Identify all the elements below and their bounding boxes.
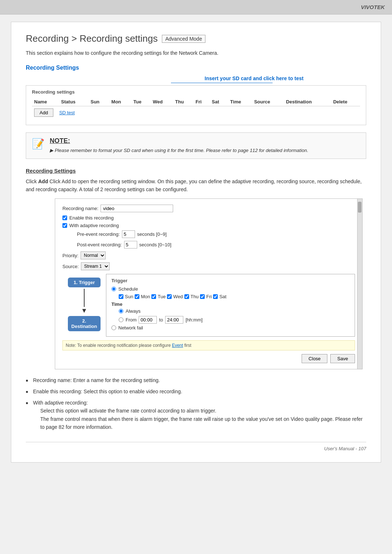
post-event-row: Post-event recording: seconds [0~10] bbox=[77, 241, 355, 249]
from-time-input[interactable] bbox=[139, 316, 157, 324]
day-fri-cb[interactable] bbox=[200, 294, 205, 299]
content-area: Recording > Recording settings Advanced … bbox=[11, 22, 381, 463]
arrow-section: ▼ bbox=[81, 289, 87, 315]
page-title: Recording > Recording settings bbox=[26, 33, 158, 44]
sd-hint-area: Insert your SD card and click here to te… bbox=[98, 75, 366, 83]
schedule-radio[interactable] bbox=[111, 287, 116, 291]
col-tue: Tue bbox=[131, 98, 151, 106]
table-header-row: Name Status Sun Mon Tue Wed Thu Fri Sat … bbox=[32, 98, 360, 106]
day-mon-label: Mon bbox=[141, 294, 150, 299]
trigger-left: 1. Trigger ▼ 2. Destination bbox=[62, 274, 106, 337]
day-fri-label: Fri bbox=[206, 294, 212, 299]
day-thu-label: Thu bbox=[191, 294, 199, 299]
bullet-1: Recording name: Enter a name for the rec… bbox=[26, 377, 366, 384]
close-button[interactable]: Close bbox=[302, 354, 327, 363]
priority-select[interactable]: Normal High Low bbox=[81, 251, 106, 259]
bullet-section: Recording name: Enter a name for the rec… bbox=[26, 377, 366, 431]
time-title: Time bbox=[111, 301, 350, 307]
network-fail-label: Network fail bbox=[118, 325, 143, 331]
day-mon-cb[interactable] bbox=[135, 294, 139, 299]
advanced-mode-badge[interactable]: Advanced Mode bbox=[162, 35, 205, 43]
col-status: Status bbox=[59, 98, 88, 106]
col-thu: Thu bbox=[173, 98, 193, 106]
trigger-box[interactable]: 1. Trigger bbox=[68, 278, 101, 287]
source-select[interactable]: Stream 1 Stream 2 bbox=[81, 262, 110, 270]
bullet-3-main: With adaptive recording: bbox=[33, 400, 88, 406]
post-event-input[interactable] bbox=[124, 241, 137, 249]
col-time: Time bbox=[228, 98, 252, 106]
bullet-2-text: Enable this recording: Select this optio… bbox=[33, 389, 182, 394]
post-event-unit: seconds [0~10] bbox=[139, 242, 172, 247]
recording-name-label: Recording name: bbox=[62, 206, 98, 211]
day-sat-label: Sat bbox=[219, 294, 226, 299]
schedule-label: Schedule bbox=[118, 286, 138, 292]
day-tue-cb[interactable] bbox=[151, 294, 156, 299]
add-bold: Add bbox=[38, 178, 48, 184]
col-destination: Destination bbox=[284, 98, 331, 106]
schedule-radio-row: Schedule bbox=[111, 286, 350, 292]
day-thu-cb[interactable] bbox=[184, 294, 189, 299]
day-sun-cb[interactable] bbox=[119, 294, 123, 299]
sd-test-link[interactable]: SD test bbox=[59, 110, 75, 115]
note-box: 📝 NOTE: Please remember to format your S… bbox=[26, 132, 366, 159]
day-wed-label: Wed bbox=[173, 294, 183, 299]
priority-label: Priority: bbox=[62, 253, 78, 258]
pre-event-label: Pre-event recording: bbox=[77, 231, 120, 237]
day-sun-label: Sun bbox=[125, 294, 133, 299]
col-source: Source bbox=[252, 98, 284, 106]
time-format: [hh:mm] bbox=[185, 317, 203, 323]
always-radio[interactable] bbox=[119, 309, 123, 313]
adaptive-checkbox[interactable] bbox=[62, 223, 67, 228]
rs-label: Recording settings bbox=[32, 89, 360, 95]
scrollbar[interactable] bbox=[357, 199, 362, 369]
bullet-3-sub: Select this option will activate the fra… bbox=[33, 407, 366, 431]
col-mon: Mon bbox=[109, 98, 131, 106]
arrow-down-icon: ▼ bbox=[81, 307, 87, 315]
note-bottom-text: Note: To enable recording notification p… bbox=[66, 343, 172, 348]
top-bar: VIVOTEK bbox=[0, 0, 392, 15]
always-radio-row: Always bbox=[119, 308, 350, 314]
desc-text: Click Add to open the recording setting … bbox=[26, 178, 362, 192]
connecting-line bbox=[84, 289, 85, 307]
event-link[interactable]: Event bbox=[172, 343, 183, 348]
section2-title: Recording Settings bbox=[26, 168, 366, 174]
post-event-label: Post-event recording: bbox=[77, 242, 122, 247]
recording-name-row: Recording name: bbox=[62, 205, 355, 212]
description-text: Click Add Click Add to open the recordin… bbox=[26, 177, 366, 194]
bullet-2: Enable this recording: Select this optio… bbox=[26, 388, 366, 395]
col-sat: Sat bbox=[210, 98, 228, 106]
recording-settings-box: Recording settings Name Status Sun Mon T… bbox=[26, 85, 366, 125]
table-row-add: Add SD test bbox=[32, 106, 360, 119]
enable-checkbox[interactable] bbox=[62, 216, 67, 220]
enable-row: Enable this recording bbox=[62, 215, 355, 221]
recording-name-input[interactable] bbox=[101, 205, 173, 212]
note-title: NOTE: bbox=[50, 137, 308, 145]
rs-table: Name Status Sun Mon Tue Wed Thu Fri Sat … bbox=[32, 98, 360, 119]
enable-label: Enable this recording bbox=[69, 215, 114, 221]
window-buttons: Close Save bbox=[62, 354, 355, 363]
trigger-right: Trigger Schedule Sun Mon Tue bbox=[106, 274, 355, 337]
days-row: Sun Mon Tue Wed Thu Fri Sat bbox=[119, 294, 350, 299]
page-footer: User's Manual - 107 bbox=[26, 442, 366, 451]
trigger-left-items: 1. Trigger ▼ 2. Destination bbox=[68, 278, 101, 331]
sd-card-hint[interactable]: Insert your SD card and click here to te… bbox=[142, 75, 366, 81]
day-wed-cb[interactable] bbox=[167, 294, 172, 299]
pre-event-unit: seconds [0~9] bbox=[137, 231, 167, 237]
intro-text: This section explains how to configure t… bbox=[26, 50, 366, 56]
adaptive-row: With adaptive recording bbox=[62, 223, 355, 228]
destination-box[interactable]: 2. Destination bbox=[68, 316, 101, 331]
col-sun: Sun bbox=[88, 98, 109, 106]
to-label: to bbox=[159, 317, 163, 323]
to-time-input[interactable] bbox=[165, 316, 183, 324]
pre-event-input[interactable] bbox=[122, 230, 135, 238]
network-fail-radio[interactable] bbox=[111, 325, 116, 330]
from-to-row: From to [hh:mm] bbox=[119, 316, 350, 324]
bullet-3: With adaptive recording: Select this opt… bbox=[26, 399, 366, 431]
add-button[interactable]: Add bbox=[34, 108, 53, 117]
from-to-radio[interactable] bbox=[119, 317, 123, 322]
save-button[interactable]: Save bbox=[330, 354, 355, 363]
bullet-1-text: Recording name: Enter a name for the rec… bbox=[33, 377, 160, 383]
day-sat-cb[interactable] bbox=[213, 294, 218, 299]
col-delete: Delete bbox=[331, 98, 360, 106]
section1-title: Recording Settings bbox=[26, 65, 366, 71]
